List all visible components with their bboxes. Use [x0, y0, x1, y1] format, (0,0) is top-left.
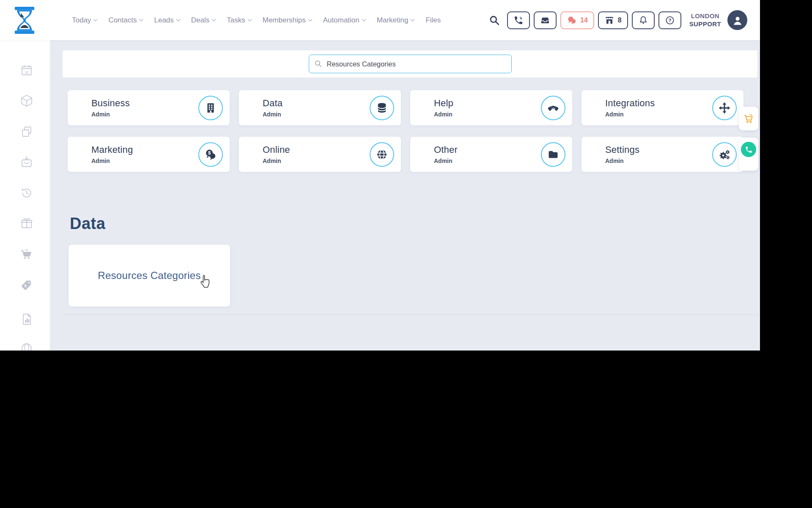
nav-contacts-label: Contacts	[108, 16, 137, 25]
account-line1: LONDON	[689, 12, 721, 20]
chevron-down-icon	[247, 17, 252, 22]
category-card-marketing[interactable]: Marketing Admin $	[68, 137, 230, 172]
category-card-settings[interactable]: Settings Admin	[582, 137, 743, 172]
chevron-down-icon	[93, 17, 98, 22]
handshake-icon	[541, 96, 565, 120]
notifications-button[interactable]	[632, 11, 655, 29]
nav-leads[interactable]: Leads	[154, 16, 179, 25]
resources-categories-card[interactable]: Resources Categories	[69, 245, 230, 306]
cart-icon[interactable]	[20, 248, 33, 261]
nav-memberships-label: Memberships	[263, 16, 306, 25]
building-icon	[198, 96, 223, 120]
help-button[interactable]: ?	[658, 11, 681, 29]
question-icon: ?	[665, 15, 675, 25]
chevron-down-icon	[362, 17, 366, 22]
category-card-data[interactable]: Data Admin	[239, 90, 401, 125]
chat-button[interactable]: 14	[560, 11, 594, 29]
nav-today-label: Today	[72, 16, 91, 25]
store-button[interactable]: 8	[598, 11, 628, 29]
chat-badge: 14	[580, 17, 588, 24]
search-box	[309, 55, 512, 73]
whatsapp-float-button[interactable]	[739, 138, 758, 171]
main-nav: Today Contacts Leads Deals Tasks Members…	[72, 16, 441, 25]
inbox-button[interactable]	[534, 11, 557, 29]
chevron-down-icon	[308, 17, 312, 22]
category-grid: Business Admin Data Admin	[68, 90, 743, 172]
nav-leads-label: Leads	[154, 16, 173, 25]
whatsapp-icon	[741, 142, 756, 157]
nav-tasks[interactable]: Tasks	[227, 16, 251, 25]
inbox-icon	[540, 15, 550, 25]
money-chat-icon: $	[198, 142, 223, 167]
calendar-icon[interactable]: 12	[20, 64, 33, 77]
database-icon	[370, 96, 394, 120]
category-card-integrations[interactable]: Integrations Admin	[582, 90, 743, 125]
bell-icon	[638, 15, 648, 25]
phone-button[interactable]	[507, 11, 530, 29]
nav-files-label: Files	[425, 16, 441, 25]
topbar-actions: 14 8	[489, 10, 747, 30]
folder-icon	[541, 142, 565, 167]
nav-marketing-label: Marketing	[377, 16, 409, 25]
package-cube-icon[interactable]	[20, 94, 33, 108]
nav-marketing[interactable]: Marketing	[377, 16, 414, 25]
globe-nav-icon[interactable]	[20, 342, 33, 351]
chevron-down-icon	[411, 17, 415, 22]
category-card-online[interactable]: Online Admin	[239, 137, 401, 172]
nav-today[interactable]: Today	[72, 16, 97, 25]
chat-bubbles-icon	[567, 15, 577, 25]
search-icon	[314, 60, 322, 68]
category-card-other[interactable]: Other Admin	[410, 137, 572, 172]
inbox-box-icon[interactable]	[20, 155, 33, 169]
account-line2: SUPPORT	[689, 20, 721, 28]
cart-icon	[743, 113, 754, 124]
hourglass-logo[interactable]	[13, 7, 36, 34]
nav-memberships[interactable]: Memberships	[263, 16, 312, 25]
price-tag-icon[interactable]: $	[20, 278, 33, 292]
cart-float-button[interactable]	[739, 107, 758, 130]
nav-deals[interactable]: Deals	[191, 16, 215, 25]
storefront-icon	[604, 15, 614, 25]
chevron-down-icon	[139, 17, 143, 22]
resources-categories-label: Resources Categories	[98, 270, 200, 282]
account-name: LONDON SUPPORT	[689, 12, 721, 28]
nav-files[interactable]: Files	[425, 16, 441, 25]
screen: Today Contacts Leads Deals Tasks Members…	[0, 0, 812, 508]
category-card-business[interactable]: Business Admin	[68, 90, 230, 125]
copy-pages-icon[interactable]	[20, 125, 33, 138]
main-content: Business Admin Data Admin	[50, 40, 760, 351]
topbar: Today Contacts Leads Deals Tasks Members…	[0, 0, 760, 40]
person-icon	[731, 14, 744, 27]
app-window: Today Contacts Leads Deals Tasks Members…	[0, 0, 760, 351]
history-icon[interactable]	[20, 186, 33, 200]
gift-icon[interactable]	[20, 217, 33, 230]
search-input[interactable]	[309, 55, 512, 73]
search-icon[interactable]	[489, 15, 500, 26]
nav-tasks-label: Tasks	[227, 16, 245, 25]
nav-contacts[interactable]: Contacts	[108, 16, 143, 25]
store-badge: 8	[618, 17, 622, 24]
section-heading: Data	[70, 215, 105, 233]
globe-icon	[370, 142, 394, 167]
search-panel	[63, 50, 757, 77]
svg-text:12: 12	[25, 70, 29, 75]
gears-icon	[712, 142, 737, 167]
phone-icon	[513, 15, 524, 25]
section-divider	[63, 315, 757, 315]
chevron-down-icon	[176, 17, 180, 22]
svg-text:?: ?	[668, 18, 671, 23]
move-arrows-icon	[712, 96, 737, 120]
nav-automation[interactable]: Automation	[323, 16, 365, 25]
avatar[interactable]	[727, 10, 747, 30]
svg-text:$: $	[208, 150, 211, 155]
sidebar: 12	[0, 40, 50, 351]
svg-text:$: $	[24, 284, 26, 288]
chevron-down-icon	[212, 17, 216, 22]
report-icon[interactable]	[20, 312, 33, 326]
nav-automation-label: Automation	[323, 16, 359, 25]
nav-deals-label: Deals	[191, 16, 209, 25]
category-card-help[interactable]: Help Admin	[410, 90, 572, 125]
